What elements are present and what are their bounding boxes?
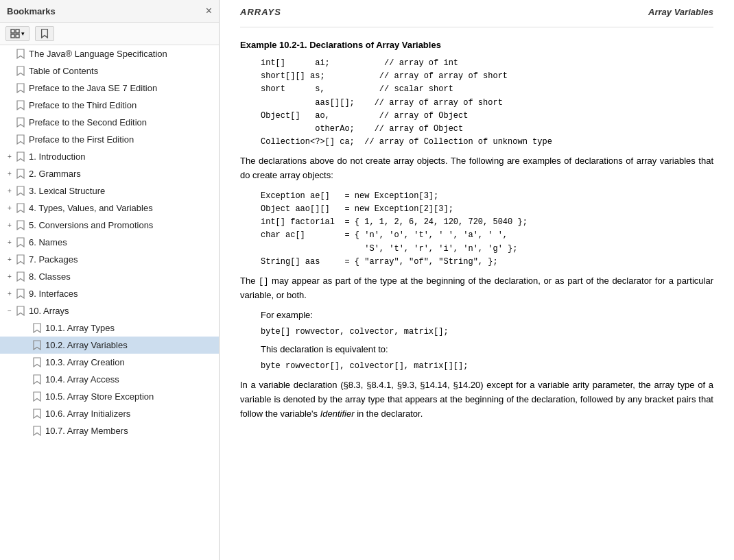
bookmark-item-java-lang-spec[interactable]: The Java® Language Specification (0, 45, 219, 62)
expand-icon-ch9-interfaces[interactable]: + (4, 290, 15, 297)
bookmark-label-preface-java7: Preface to the Java SE 7 Edition (29, 83, 157, 93)
bookmark-page-icon (16, 49, 25, 59)
bookmark-item-ch10-3[interactable]: 10.3. Array Creation (0, 354, 219, 371)
bookmark-label-ch7-packages: 7. Packages (29, 254, 78, 265)
bookmark-item-ch1-introduction[interactable]: +1. Introduction (0, 148, 219, 165)
sidebar-panel: Bookmarks × ▾ The Java® Language Specifi… (0, 0, 220, 560)
bookmark-item-preface-java7[interactable]: Preface to the Java SE 7 Edition (0, 80, 219, 97)
bookmark-page-icon (16, 151, 25, 162)
bookmark-item-ch10-2[interactable]: 10.2. Array Variables (0, 337, 219, 354)
bookmark-item-ch2-grammars[interactable]: +2. Grammars (0, 165, 219, 182)
code-for-example: byte[] rowvector, colvector, matrix[]; (261, 326, 713, 339)
bookmark-label-preface-third: Preface to the Third Edition (29, 100, 137, 110)
expand-all-button[interactable]: ▾ (5, 26, 29, 41)
para3-end: in the declarator. (355, 409, 423, 419)
section-label: Array Variables (648, 7, 713, 17)
bookmark-page-icon (16, 254, 25, 265)
expand-icon-ch1-introduction[interactable]: + (4, 153, 15, 160)
bookmark-page-icon (33, 391, 41, 402)
bookmark-label-ch10-arrays: 10. Arrays (29, 306, 69, 316)
bookmark-item-ch9-interfaces[interactable]: +9. Interfaces (0, 285, 219, 302)
bookmark-item-ch5-conversions[interactable]: +5. Conversions and Promotions (0, 217, 219, 234)
bookmark-page-icon (16, 186, 25, 196)
bookmark-item-table-of-contents[interactable]: Table of Contents (0, 62, 219, 80)
bookmark-item-ch3-lexical[interactable]: +3. Lexical Structure (0, 182, 219, 199)
expand-icon-ch2-grammars[interactable]: + (4, 170, 15, 178)
bookmark-page-icon (16, 66, 25, 76)
bookmark-item-ch6-names[interactable]: +6. Names (0, 234, 219, 251)
sidebar-title: Bookmarks (7, 6, 56, 16)
close-button[interactable]: × (206, 5, 212, 16)
page-header: ARRAYS Array Variables (240, 0, 713, 27)
bookmark-item-ch10-4[interactable]: 10.4. Array Access (0, 371, 219, 388)
bookmark-label-table-of-contents: Table of Contents (29, 66, 98, 76)
chapter-label: ARRAYS (240, 7, 281, 17)
bookmark-label-preface-second: Preface to the Second Edition (29, 117, 147, 127)
svg-rect-1 (16, 29, 19, 33)
bookmark-page-icon (33, 374, 41, 385)
bookmark-label-ch1-introduction: 1. Introduction (29, 151, 85, 162)
expand-icon-ch10-arrays[interactable]: − (4, 307, 15, 315)
expand-icon-ch5-conversions[interactable]: + (4, 221, 15, 229)
bookmark-label-ch4-types: 4. Types, Values, and Variables (29, 203, 153, 213)
expand-dropdown-arrow: ▾ (21, 30, 25, 37)
expand-icon-ch8-classes[interactable]: + (4, 273, 15, 280)
example-title: Example 10.2-1. Declarations of Array Va… (240, 40, 713, 50)
bookmark-item-ch10-5[interactable]: 10.5. Array Store Exception (0, 388, 219, 405)
bookmark-page-icon (33, 323, 41, 333)
bookmark-item-ch10-6[interactable]: 10.6. Array Initializers (0, 405, 219, 422)
bookmark-label-ch8-classes: 8. Classes (29, 271, 71, 282)
expand-icon-ch3-lexical[interactable]: + (4, 187, 15, 195)
add-bookmark-button[interactable] (35, 26, 54, 41)
bookmark-list: The Java® Language SpecificationTable of… (0, 45, 219, 560)
bookmark-item-ch7-packages[interactable]: +7. Packages (0, 251, 219, 268)
bookmark-item-preface-first[interactable]: Preface to the First Edition (0, 131, 219, 148)
bookmark-page-icon (16, 289, 25, 299)
bookmark-item-ch10-1[interactable]: 10.1. Array Types (0, 319, 219, 337)
para3-italic: Identifier (320, 409, 355, 419)
bookmark-item-preface-third[interactable]: Preface to the Third Edition (0, 97, 219, 114)
para2-before: The (240, 276, 259, 286)
equivalent-label: This declaration is equivalent to: (261, 344, 713, 354)
bookmark-page-icon (16, 117, 25, 127)
bookmark-page-icon (16, 169, 25, 179)
para2-after: may appear as part of the type at the be… (240, 276, 713, 300)
svg-rect-2 (11, 34, 14, 38)
sidebar-toolbar: ▾ (0, 23, 219, 45)
bookmark-label-ch6-names: 6. Names (29, 237, 67, 247)
paragraph-2: The [] may appear as part of the type at… (240, 274, 713, 303)
bookmark-label-ch10-2: 10.2. Array Variables (45, 340, 128, 350)
paragraph-3: In a variable declaration (§8.3, §8.4.1,… (240, 378, 713, 421)
bookmark-item-ch4-types[interactable]: +4. Types, Values, and Variables (0, 199, 219, 217)
bookmark-label-ch5-conversions: 5. Conversions and Promotions (29, 220, 153, 230)
bookmark-label-ch3-lexical: 3. Lexical Structure (29, 186, 105, 196)
bookmark-item-ch8-classes[interactable]: +8. Classes (0, 268, 219, 285)
expand-icon-ch6-names[interactable]: + (4, 239, 15, 246)
para3-text: In a variable declaration (§8.3, §8.4.1,… (240, 380, 713, 419)
expand-icon-ch7-packages[interactable]: + (4, 256, 15, 263)
sidebar-header: Bookmarks × (0, 0, 219, 23)
code-create: Exception ae[] = new Exception[3]; Objec… (261, 190, 713, 269)
bookmark-page-icon (16, 271, 25, 282)
bookmark-item-preface-second[interactable]: Preface to the Second Edition (0, 114, 219, 131)
bookmark-label-ch10-4: 10.4. Array Access (45, 374, 119, 385)
bookmark-label-ch10-3: 10.3. Array Creation (45, 357, 125, 367)
bookmark-label-ch9-interfaces: 9. Interfaces (29, 289, 78, 299)
bookmark-page-icon (16, 306, 25, 316)
bookmark-item-ch10-arrays[interactable]: −10. Arrays (0, 302, 219, 319)
bookmark-item-ch10-7[interactable]: 10.7. Array Members (0, 422, 219, 439)
bookmark-page-icon (16, 83, 25, 93)
svg-rect-3 (16, 34, 19, 38)
bookmark-page-icon (16, 203, 25, 213)
expand-icon-ch4-types[interactable]: + (4, 204, 15, 212)
bookmark-page-icon (33, 426, 41, 436)
bookmark-page-icon (33, 340, 41, 350)
bookmark-label-ch10-6: 10.6. Array Initializers (45, 409, 130, 419)
grid-icon (10, 29, 20, 38)
bookmark-label-ch2-grammars: 2. Grammars (29, 169, 81, 179)
bookmark-label-ch10-1: 10.1. Array Types (45, 323, 115, 333)
bookmark-page-icon (16, 220, 25, 230)
code-equivalent: byte rowvector[], colvector[], matrix[][… (261, 360, 713, 373)
bookmark-page-icon (16, 134, 25, 145)
bookmark-icon (40, 29, 49, 38)
